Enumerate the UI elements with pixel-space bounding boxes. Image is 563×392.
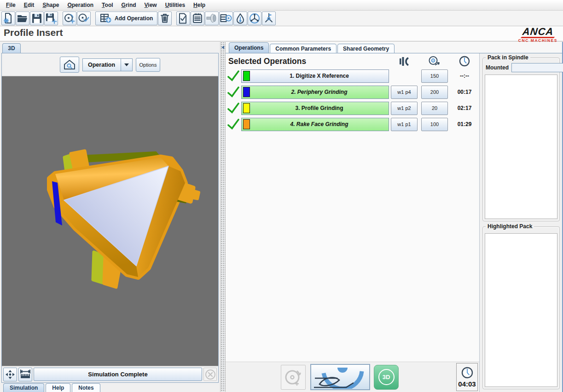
notes-button[interactable] [191, 12, 204, 25]
menu-shape[interactable]: Shape [38, 2, 63, 8]
tab-notes[interactable]: Notes [72, 383, 100, 392]
menu-tool[interactable]: Tool [98, 2, 117, 8]
orientation-button[interactable] [262, 12, 276, 25]
operation-row: 1. Digitize X Reference 150 --:-- [226, 69, 479, 83]
open-file-button[interactable] [16, 12, 29, 25]
pan-move-icon [5, 369, 16, 380]
menu-file[interactable]: File [2, 2, 20, 8]
profile-insert-app: File Edit Shape Operation Tool Grind Vie… [0, 0, 563, 392]
operations-footer: 3D 04:03 [226, 362, 479, 392]
document-check-icon [177, 12, 189, 24]
coolant-droplet-icon [234, 12, 246, 24]
view-options-button[interactable]: Options [136, 58, 161, 72]
view-panel: 3D Operation [0, 42, 220, 392]
cancel-simulation-button[interactable] [203, 368, 217, 381]
add-operation-button[interactable]: Add Operation [95, 12, 157, 25]
operation-2-time: 00:17 [450, 89, 479, 95]
tab-simulation[interactable]: Simulation [3, 383, 44, 392]
measure-button[interactable] [18, 368, 32, 381]
operation-2-wheel-button[interactable]: w1 p4 [391, 86, 418, 99]
open-folder-icon [17, 12, 29, 24]
operation-3-feed-button[interactable]: 20 [421, 102, 448, 115]
anca-logo: ANCA CNC MACHINES [518, 27, 557, 43]
summary-check-button[interactable] [176, 12, 190, 25]
operation-3-color-swatch[interactable] [243, 103, 250, 113]
tab-3d[interactable]: 3D [2, 43, 21, 53]
operation-1-color-swatch[interactable] [243, 71, 250, 81]
menu-help[interactable]: Help [189, 2, 209, 8]
menu-utilities[interactable]: Utilities [161, 2, 189, 8]
home-zoom-icon [63, 59, 76, 71]
operation-4-bar[interactable]: 4. Rake Face Grinding [241, 118, 389, 131]
view-mode-dropdown[interactable]: Operation [82, 58, 133, 71]
3d-button-label: 3D [378, 369, 395, 385]
add-operation-icon [100, 12, 112, 24]
3d-viewport[interactable] [2, 76, 218, 366]
operation-complete-check-icon [227, 70, 240, 82]
operation-2-label: 2. Periphery Grinding [250, 89, 389, 95]
new-file-button[interactable] [1, 12, 15, 25]
total-time-value: 04:03 [458, 380, 476, 388]
highlighted-pack-list[interactable] [485, 233, 557, 387]
main-area: 3D Operation [0, 42, 563, 392]
wheel-pack-column-icon [398, 55, 410, 67]
operations-tabstrip: Operations Common Parameters Shared Geom… [226, 42, 562, 53]
operation-1-bar[interactable]: 1. Digitize X Reference [241, 69, 389, 83]
splitter-collapse-icon[interactable] [221, 46, 224, 49]
operation-4-feed-button[interactable]: 100 [421, 118, 448, 131]
new-file-icon [2, 12, 14, 24]
menu-view[interactable]: View [140, 2, 161, 8]
pack-in-spindle-group: Pack in Spindle Mounted [482, 58, 560, 221]
tab-common-parameters[interactable]: Common Parameters [270, 44, 337, 53]
home-view-button[interactable] [60, 57, 79, 73]
operation-4-wheel-button[interactable]: w1 p1 [391, 118, 418, 131]
pan-view-button[interactable] [3, 368, 17, 381]
delete-operation-button[interactable] [158, 12, 172, 25]
tab-shared-geometry[interactable]: Shared Geometry [337, 44, 395, 53]
wheel-dress-button[interactable] [281, 365, 306, 390]
operation-4-time: 01:29 [450, 121, 479, 127]
highlighted-pack-group: Highlighted Pack [482, 226, 560, 389]
simulation-status: Simulation Complete [34, 368, 202, 381]
operation-1-feed-button[interactable]: 150 [421, 69, 448, 83]
menu-edit[interactable]: Edit [20, 2, 39, 8]
tab-operations[interactable]: Operations [229, 42, 269, 53]
new-wheel-button[interactable] [63, 12, 76, 25]
operation-2-bar[interactable]: 2. Periphery Grinding [241, 86, 389, 99]
tool-view-button[interactable] [205, 12, 219, 25]
operation-2-color-swatch[interactable] [243, 87, 250, 97]
panel-splitter[interactable] [220, 42, 226, 392]
menu-grind[interactable]: Grind [117, 2, 140, 8]
menubar: File Edit Shape Operation Tool Grind Vie… [0, 0, 563, 11]
axes-sphere-icon [249, 12, 261, 24]
wheel-check-button[interactable] [77, 12, 91, 25]
operation-3-wheel-button[interactable]: w1 p2 [391, 102, 418, 115]
wheel-speed-column-icon [428, 55, 441, 67]
trash-icon [159, 12, 171, 24]
wheel-editor-button[interactable] [219, 12, 233, 25]
view-mode-dropdown-arrow[interactable] [121, 58, 133, 71]
operation-4-color-swatch[interactable] [243, 119, 250, 129]
run-simulation-button[interactable] [310, 364, 370, 390]
chevron-down-icon [124, 63, 129, 66]
operation-3-bar[interactable]: 3. Profile Grinding [241, 102, 389, 115]
time-column-icon [459, 55, 470, 67]
coolant-button[interactable] [233, 12, 247, 25]
tab-help[interactable]: Help [46, 383, 70, 392]
mounted-row: Mounted [485, 63, 557, 75]
mounted-input[interactable] [511, 63, 563, 72]
operation-2-feed-button[interactable]: 200 [421, 86, 448, 99]
save-as-button[interactable] [44, 12, 58, 25]
axes-button[interactable] [248, 12, 261, 25]
save-button[interactable] [30, 12, 44, 25]
operation-complete-check-icon [227, 102, 240, 114]
anca-logo-text: ANCA [518, 27, 558, 37]
menu-operation[interactable]: Operation [63, 2, 98, 8]
3d-simulation-button[interactable]: 3D [374, 365, 399, 390]
main-toolbar: Add Operation [0, 11, 563, 26]
spindle-pack-list[interactable] [485, 75, 557, 219]
wheel-check-icon [78, 12, 90, 24]
save-as-icon [45, 12, 57, 24]
operation-row: 2. Periphery Grinding w1 p4 200 00:17 [226, 85, 479, 99]
axes-flag-icon [263, 12, 275, 24]
